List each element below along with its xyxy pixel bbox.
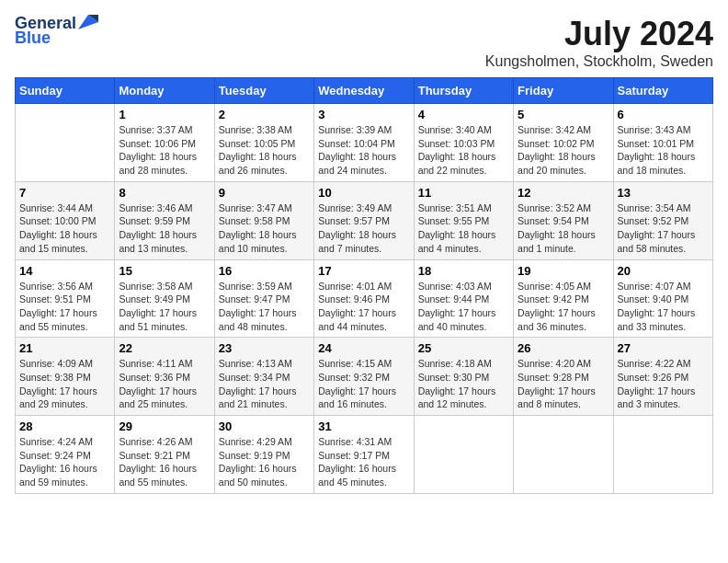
table-row: 2 Sunrise: 3:38 AMSunset: 10:05 PMDaylig… — [214, 104, 313, 182]
day-number: 30 — [219, 419, 310, 433]
day-number: 22 — [119, 341, 210, 355]
table-row: 23 Sunrise: 4:13 AMSunset: 9:34 PMDaylig… — [214, 338, 313, 416]
day-info: Sunrise: 3:59 AMSunset: 9:47 PMDaylight:… — [219, 281, 297, 332]
table-row: 30 Sunrise: 4:29 AMSunset: 9:19 PMDaylig… — [214, 416, 313, 494]
logo: General Blue — [15, 15, 98, 48]
day-number: 31 — [318, 419, 409, 433]
table-row: 3 Sunrise: 3:39 AMSunset: 10:04 PMDaylig… — [314, 104, 414, 182]
table-row: 27 Sunrise: 4:22 AMSunset: 9:26 PMDaylig… — [613, 338, 712, 416]
day-number: 17 — [318, 264, 409, 278]
day-info: Sunrise: 4:11 AMSunset: 9:36 PMDaylight:… — [119, 358, 197, 409]
day-number: 28 — [19, 419, 110, 433]
table-row: 10 Sunrise: 3:49 AMSunset: 9:57 PMDaylig… — [314, 181, 414, 259]
day-info: Sunrise: 4:29 AMSunset: 9:19 PMDaylight:… — [219, 436, 297, 488]
day-number: 24 — [318, 341, 409, 355]
day-number: 26 — [518, 341, 609, 355]
month-year-title: July 2024 — [485, 15, 713, 53]
table-row: 17 Sunrise: 4:01 AMSunset: 9:46 PMDaylig… — [314, 259, 414, 338]
day-info: Sunrise: 3:56 AMSunset: 9:51 PMDaylight:… — [19, 281, 97, 332]
col-wednesday: Wednesday — [314, 78, 414, 104]
table-row: 6 Sunrise: 3:43 AMSunset: 10:01 PMDaylig… — [613, 104, 712, 182]
day-info: Sunrise: 3:49 AMSunset: 9:57 PMDaylight:… — [318, 202, 396, 254]
table-row: 9 Sunrise: 3:47 AMSunset: 9:58 PMDayligh… — [214, 181, 313, 259]
page-header: General Blue July 2024 Kungsholmen, Stoc… — [15, 15, 713, 70]
table-row: 28 Sunrise: 4:24 AMSunset: 9:24 PMDaylig… — [16, 416, 115, 494]
logo-icon — [78, 15, 98, 29]
day-info: Sunrise: 4:18 AMSunset: 9:30 PMDaylight:… — [418, 358, 496, 409]
table-row: 5 Sunrise: 3:42 AMSunset: 10:02 PMDaylig… — [514, 104, 613, 182]
col-monday: Monday — [115, 78, 214, 104]
day-info: Sunrise: 3:52 AMSunset: 9:54 PMDaylight:… — [518, 202, 596, 254]
table-row: 14 Sunrise: 3:56 AMSunset: 9:51 PMDaylig… — [16, 259, 115, 338]
day-info: Sunrise: 3:47 AMSunset: 9:58 PMDaylight:… — [219, 202, 297, 254]
day-info: Sunrise: 3:44 AMSunset: 10:00 PMDaylight… — [19, 202, 97, 254]
day-info: Sunrise: 3:40 AMSunset: 10:03 PMDaylight… — [418, 124, 496, 176]
table-row: 31 Sunrise: 4:31 AMSunset: 9:17 PMDaylig… — [314, 416, 414, 494]
day-info: Sunrise: 4:22 AMSunset: 9:26 PMDaylight:… — [618, 358, 696, 409]
table-row: 7 Sunrise: 3:44 AMSunset: 10:00 PMDaylig… — [16, 181, 115, 259]
table-row — [613, 416, 712, 494]
day-number: 1 — [119, 108, 210, 121]
day-info: Sunrise: 4:01 AMSunset: 9:46 PMDaylight:… — [318, 281, 396, 332]
day-info: Sunrise: 4:13 AMSunset: 9:34 PMDaylight:… — [219, 358, 297, 409]
day-number: 15 — [119, 264, 210, 278]
day-info: Sunrise: 3:58 AMSunset: 9:49 PMDaylight:… — [119, 281, 197, 332]
table-row — [16, 104, 115, 182]
table-row: 20 Sunrise: 4:07 AMSunset: 9:40 PMDaylig… — [613, 259, 712, 338]
calendar-header: Sunday Monday Tuesday Wednesday Thursday… — [16, 78, 713, 104]
day-number: 18 — [418, 264, 509, 278]
table-row: 8 Sunrise: 3:46 AMSunset: 9:59 PMDayligh… — [115, 181, 214, 259]
logo-blue: Blue — [15, 29, 51, 48]
day-info: Sunrise: 4:15 AMSunset: 9:32 PMDaylight:… — [318, 358, 396, 409]
day-number: 25 — [418, 341, 509, 355]
table-row: 26 Sunrise: 4:20 AMSunset: 9:28 PMDaylig… — [514, 338, 613, 416]
table-row: 18 Sunrise: 4:03 AMSunset: 9:44 PMDaylig… — [414, 259, 513, 338]
day-info: Sunrise: 4:07 AMSunset: 9:40 PMDaylight:… — [618, 281, 696, 332]
calendar-body: 1 Sunrise: 3:37 AMSunset: 10:06 PMDaylig… — [16, 104, 713, 494]
day-info: Sunrise: 4:03 AMSunset: 9:44 PMDaylight:… — [418, 281, 496, 332]
title-block: July 2024 Kungsholmen, Stockholm, Sweden — [485, 15, 713, 70]
col-tuesday: Tuesday — [214, 78, 313, 104]
day-info: Sunrise: 3:43 AMSunset: 10:01 PMDaylight… — [618, 124, 696, 176]
day-info: Sunrise: 4:20 AMSunset: 9:28 PMDaylight:… — [518, 358, 596, 409]
day-info: Sunrise: 4:24 AMSunset: 9:24 PMDaylight:… — [19, 436, 97, 488]
day-number: 19 — [518, 264, 609, 278]
day-number: 29 — [119, 419, 210, 433]
day-number: 11 — [418, 186, 509, 200]
day-info: Sunrise: 3:42 AMSunset: 10:02 PMDaylight… — [518, 124, 596, 176]
col-saturday: Saturday — [613, 78, 712, 104]
table-row: 4 Sunrise: 3:40 AMSunset: 10:03 PMDaylig… — [414, 104, 513, 182]
table-row: 29 Sunrise: 4:26 AMSunset: 9:21 PMDaylig… — [115, 416, 214, 494]
col-thursday: Thursday — [414, 78, 513, 104]
day-info: Sunrise: 3:46 AMSunset: 9:59 PMDaylight:… — [119, 202, 197, 254]
day-number: 27 — [618, 341, 709, 355]
day-info: Sunrise: 4:09 AMSunset: 9:38 PMDaylight:… — [19, 358, 97, 409]
table-row: 16 Sunrise: 3:59 AMSunset: 9:47 PMDaylig… — [214, 259, 313, 338]
day-number: 20 — [618, 264, 709, 278]
table-row: 11 Sunrise: 3:51 AMSunset: 9:55 PMDaylig… — [414, 181, 513, 259]
day-number: 3 — [318, 108, 409, 121]
day-info: Sunrise: 4:31 AMSunset: 9:17 PMDaylight:… — [318, 436, 396, 488]
col-friday: Friday — [514, 78, 613, 104]
day-info: Sunrise: 4:26 AMSunset: 9:21 PMDaylight:… — [119, 436, 197, 488]
day-info: Sunrise: 3:39 AMSunset: 10:04 PMDaylight… — [318, 124, 396, 176]
day-number: 5 — [518, 108, 609, 121]
day-info: Sunrise: 3:37 AMSunset: 10:06 PMDaylight… — [119, 124, 197, 176]
day-number: 21 — [19, 341, 110, 355]
table-row: 22 Sunrise: 4:11 AMSunset: 9:36 PMDaylig… — [115, 338, 214, 416]
day-number: 12 — [518, 186, 609, 200]
day-info: Sunrise: 3:38 AMSunset: 10:05 PMDaylight… — [219, 124, 297, 176]
day-number: 14 — [19, 264, 110, 278]
table-row: 13 Sunrise: 3:54 AMSunset: 9:52 PMDaylig… — [613, 181, 712, 259]
day-info: Sunrise: 3:51 AMSunset: 9:55 PMDaylight:… — [418, 202, 496, 254]
col-sunday: Sunday — [16, 78, 115, 104]
calendar-table: Sunday Monday Tuesday Wednesday Thursday… — [15, 77, 713, 494]
table-row: 12 Sunrise: 3:52 AMSunset: 9:54 PMDaylig… — [514, 181, 613, 259]
table-row: 25 Sunrise: 4:18 AMSunset: 9:30 PMDaylig… — [414, 338, 513, 416]
day-number: 8 — [119, 186, 210, 200]
day-number: 10 — [318, 186, 409, 200]
table-row — [514, 416, 613, 494]
table-row: 21 Sunrise: 4:09 AMSunset: 9:38 PMDaylig… — [16, 338, 115, 416]
day-number: 2 — [219, 108, 310, 121]
day-number: 7 — [19, 186, 110, 200]
